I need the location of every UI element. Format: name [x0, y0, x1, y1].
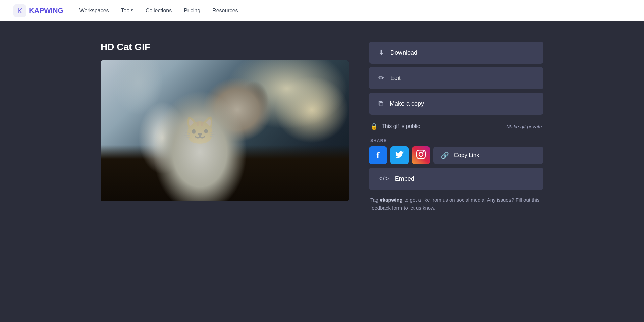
right-side: ⬇ Download ✏ Edit ⧉ Make a copy 🔒 This g… [369, 42, 543, 212]
copy-icon: ⧉ [378, 99, 384, 108]
nav-links: Workspaces Tools Collections Pricing Res… [79, 8, 238, 14]
tag-text: Tag #kapwing to get a like from us on so… [369, 193, 543, 212]
nav-workspaces[interactable]: Workspaces [79, 8, 109, 13]
edit-label: Edit [390, 75, 401, 82]
make-private-button[interactable]: Make gif private [506, 124, 542, 129]
link-icon: 🔗 [441, 151, 449, 159]
embed-button[interactable]: </> Embed [369, 168, 543, 190]
nav-resources[interactable]: Resources [212, 8, 238, 13]
edit-button[interactable]: ✏ Edit [369, 67, 543, 89]
copy-link-label: Copy Link [454, 152, 479, 159]
tag-middle: to get a like from us on social media! A… [403, 197, 540, 203]
copy-link-button[interactable]: 🔗 Copy Link [433, 147, 543, 164]
tag-prefix: Tag [370, 197, 380, 203]
left-side: HD Cat GIF [101, 42, 349, 201]
svg-text:K: K [17, 7, 22, 15]
tag-hashtag: #kapwing [380, 197, 402, 203]
twitter-share-button[interactable] [390, 146, 409, 164]
page-title: HD Cat GIF [101, 42, 349, 52]
make-copy-button[interactable]: ⧉ Make a copy [369, 93, 543, 115]
share-section: SHARE f [369, 138, 543, 164]
lock-icon: 🔒 [370, 123, 378, 130]
edit-icon: ✏ [378, 74, 384, 83]
logo-icon: K [13, 4, 26, 17]
visibility-label: This gif is public [382, 123, 420, 129]
instagram-icon [416, 150, 426, 161]
tag-suffix: to let us know. [402, 205, 435, 211]
main-content: HD Cat GIF ⬇ Download ✏ Edit ⧉ Make a co… [87, 21, 557, 225]
embed-icon: </> [378, 174, 389, 183]
facebook-icon: f [376, 150, 379, 161]
download-label: Download [390, 49, 417, 56]
instagram-share-button[interactable] [412, 146, 430, 164]
visibility-status: 🔒 This gif is public [370, 123, 420, 130]
logo-link[interactable]: K KAPWING [13, 4, 63, 17]
make-copy-label: Make a copy [390, 100, 424, 107]
feedback-form-link[interactable]: feedback form [370, 205, 402, 211]
twitter-icon [395, 150, 404, 161]
nav-collections[interactable]: Collections [146, 8, 172, 13]
logo-text: KAPWING [29, 6, 63, 15]
embed-label: Embed [395, 175, 414, 182]
share-row: f [369, 146, 543, 164]
gif-image [101, 60, 349, 201]
facebook-share-button[interactable]: f [369, 146, 387, 164]
download-button[interactable]: ⬇ Download [369, 42, 543, 64]
gif-container [101, 60, 349, 201]
nav-pricing[interactable]: Pricing [184, 8, 200, 13]
navbar: K KAPWING Workspaces Tools Collections P… [0, 0, 644, 21]
nav-tools[interactable]: Tools [121, 8, 133, 13]
download-icon: ⬇ [378, 48, 384, 57]
share-label: SHARE [369, 138, 543, 143]
visibility-row: 🔒 This gif is public Make gif private [369, 118, 543, 135]
